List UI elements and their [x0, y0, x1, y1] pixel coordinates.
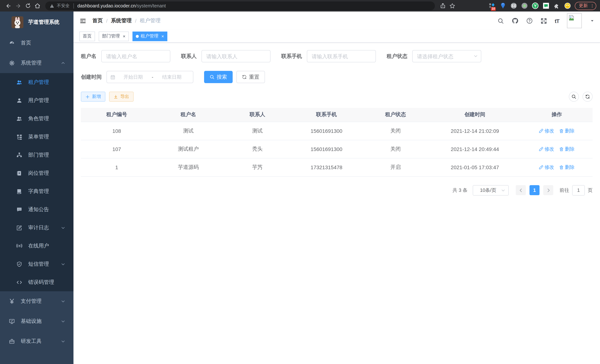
blue-diamond-icon[interactable]: 10: [489, 2, 496, 9]
browser-home-button[interactable]: [33, 1, 42, 10]
extensions-area: 10更新: [489, 2, 596, 10]
mobile-input[interactable]: [307, 50, 376, 62]
address-bar[interactable]: 不安全 dashboard.yudao.iocoder.cn/system/te…: [45, 1, 435, 10]
prev-page-button[interactable]: [516, 185, 526, 195]
sidebar-item-15[interactable]: 基础设施: [0, 311, 74, 331]
sidebar-item-label: 字典管理: [28, 188, 49, 195]
create-time-label: 创建时间: [81, 74, 102, 80]
edit-button[interactable]: 修改: [539, 127, 554, 134]
chat-ext-icon[interactable]: [543, 2, 550, 9]
sidebar-item-11[interactable]: 在线用户: [0, 237, 74, 255]
export-button[interactable]: 导出: [109, 92, 134, 102]
shield-icon: [16, 261, 22, 267]
goto-page-input[interactable]: [572, 185, 585, 195]
fullscreen-button[interactable]: [541, 18, 547, 24]
fullscreen-icon: [541, 18, 547, 24]
sidebar-item-10[interactable]: 审计日志: [0, 219, 74, 237]
next-page-button[interactable]: [543, 185, 553, 195]
command-icon[interactable]: [510, 2, 517, 9]
sidebar-item-8[interactable]: 字典管理: [0, 182, 74, 200]
close-icon[interactable]: ×: [161, 34, 164, 38]
sidebar-logo[interactable]: 芋道管理系统: [0, 11, 74, 33]
sidebar-item-9[interactable]: 通知公告: [0, 200, 74, 219]
close-icon[interactable]: ×: [123, 34, 125, 38]
search-button[interactable]: 搜索: [204, 71, 233, 83]
plus-icon: [85, 94, 90, 99]
pagination: 共 3 条 10条/页 1 前往 页: [81, 185, 593, 195]
y-circle-icon[interactable]: [532, 2, 539, 9]
delete-button[interactable]: 删除: [559, 146, 575, 152]
browser-back-button[interactable]: [4, 1, 13, 10]
user-avatar[interactable]: [567, 13, 582, 28]
page-number-1[interactable]: 1: [529, 185, 540, 195]
sidebar-item-3[interactable]: 用户管理: [0, 91, 74, 110]
sidebar-item-16[interactable]: 研发工具: [0, 331, 74, 351]
sidebar-item-6[interactable]: 部门管理: [0, 146, 74, 164]
edit-button[interactable]: 修改: [539, 146, 554, 152]
blue-pin-icon[interactable]: [499, 2, 506, 9]
book-icon: [16, 188, 22, 194]
tab-0[interactable]: 首页: [79, 31, 95, 41]
sidebar-item-4[interactable]: 角色管理: [0, 110, 74, 128]
trash-icon: [559, 147, 564, 151]
start-date-placeholder: 开始日期: [115, 74, 151, 80]
header-search-button[interactable]: [497, 18, 504, 24]
sidebar-item-label: 在线用户: [28, 243, 49, 249]
help-button[interactable]: [526, 18, 533, 24]
green-dot-icon[interactable]: [521, 2, 528, 9]
delete-button[interactable]: 删除: [559, 164, 575, 170]
sidebar-item-0[interactable]: 首页: [0, 33, 74, 53]
reset-button[interactable]: 重置: [236, 71, 265, 83]
people-icon: [16, 116, 22, 121]
kebab-menu-icon[interactable]: [590, 3, 594, 8]
tree-icon: [16, 134, 22, 140]
font-size-button[interactable]: tT: [555, 18, 559, 24]
delete-button[interactable]: 删除: [559, 127, 575, 134]
sidebar-item-label: 支付管理: [21, 298, 42, 305]
status-select[interactable]: [412, 50, 481, 62]
total-count: 共 3 条: [452, 187, 468, 194]
update-label: 更新: [579, 3, 588, 9]
tab-1[interactable]: 部门管理×: [99, 31, 129, 41]
share-button[interactable]: [438, 1, 448, 10]
sidebar-item-12[interactable]: 短信管理: [0, 255, 74, 273]
breadcrumb-item-1[interactable]: 系统管理: [111, 18, 132, 24]
chevron-up-icon: [61, 61, 65, 65]
sidebar-item-2[interactable]: 租户管理: [0, 73, 74, 91]
bookmark-button[interactable]: [448, 1, 457, 10]
column-header-2: 联系人: [224, 108, 291, 122]
breadcrumb-separator: /: [106, 18, 108, 24]
browser-update-button[interactable]: 更新: [575, 2, 596, 10]
tenant-name-input[interactable]: [101, 50, 170, 62]
github-button[interactable]: [512, 18, 518, 24]
browser-forward-button[interactable]: [13, 1, 23, 10]
cell-name: 测试租户: [152, 140, 224, 158]
contact-input[interactable]: [201, 50, 271, 62]
page-size-select[interactable]: 10条/页: [473, 185, 509, 195]
refresh-table-button[interactable]: [582, 92, 593, 102]
sidebar-item-1[interactable]: 系统管理: [0, 53, 74, 73]
emoji-icon[interactable]: [564, 2, 571, 9]
create-time-range-picker[interactable]: 开始日期 - 结束日期: [106, 71, 193, 83]
collapse-sidebar-button[interactable]: [79, 17, 86, 24]
user-menu-caret-icon[interactable]: [590, 19, 594, 23]
edit-button[interactable]: 修改: [539, 164, 554, 170]
breadcrumb-item-0[interactable]: 首页: [92, 18, 103, 24]
extension-badge: 10: [491, 7, 496, 11]
browser-reload-button[interactable]: [23, 1, 33, 10]
contact-label: 联系人: [181, 53, 197, 60]
toggle-search-button[interactable]: [569, 92, 579, 102]
app-header: 首页/系统管理/租户管理 tT: [74, 11, 600, 30]
sidebar-item-14[interactable]: 支付管理: [0, 291, 74, 311]
tab-2[interactable]: 租户管理×: [132, 31, 167, 41]
sidebar-item-label: 短信管理: [28, 261, 49, 267]
sidebar-item-label: 基础设施: [21, 318, 42, 325]
sidebar-item-5[interactable]: 菜单管理: [0, 128, 74, 146]
sidebar-item-13[interactable]: 错误码管理: [0, 273, 74, 291]
status-select-input[interactable]: [412, 50, 481, 62]
add-button[interactable]: 新增: [81, 92, 105, 102]
sidebar-item-7[interactable]: 岗位管理: [0, 164, 74, 182]
puzzle-icon[interactable]: [553, 2, 560, 9]
org-icon: [16, 152, 22, 158]
pen-icon: [539, 147, 544, 151]
